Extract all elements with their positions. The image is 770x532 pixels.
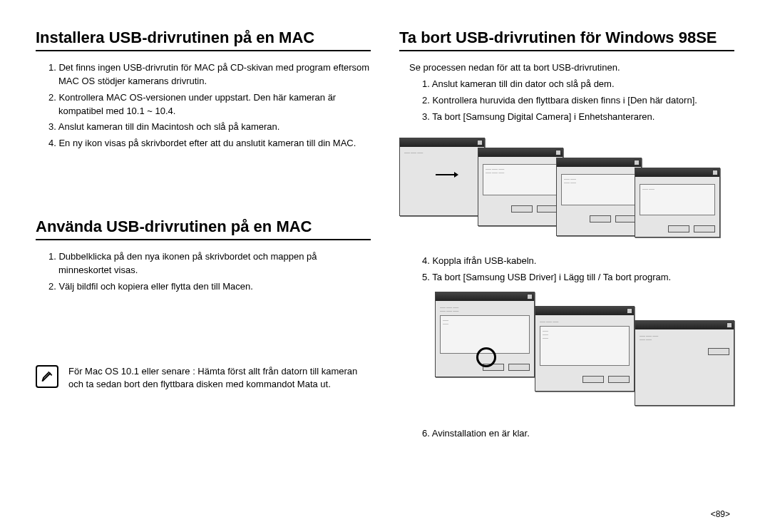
dialog-screenshot: —— —— ———— —— ——	[478, 148, 563, 226]
right-column: Ta bort USB-drivrutinen för Windows 98SE…	[399, 29, 734, 518]
list-item: 1. Det finns ingen USB-drivrutin för MAC…	[46, 61, 371, 88]
use-mac-list: 1. Dubbelklicka på den nya ikonen på skr…	[36, 250, 371, 294]
list-item: 3. Anslut kameran till din Macintosh och…	[46, 121, 371, 134]
highlight-circle-icon	[476, 347, 496, 367]
page-root: Installera USB-drivrutinen på en MAC 1. …	[0, 0, 770, 532]
note-text: För Mac OS 10.1 eller senare : Hämta för…	[68, 365, 371, 392]
remove-list-2: 4. Koppla ifrån USB-kabeln. 5. Ta bort […	[399, 255, 734, 285]
list-item: 2. Kontrollera MAC OS-versionen under up…	[46, 91, 371, 118]
screenshot-row-2: —— —— ———— —— —————— —— —— ———————— —— —…	[399, 292, 734, 413]
list-item: 5. Ta bort [Samsung USB Driver] i Lägg t…	[419, 271, 734, 285]
dialog-screenshot: —— —— ——	[399, 138, 485, 216]
heading-use-mac: Använda USB-drivrutinen på en MAC	[36, 218, 371, 240]
install-mac-list: 1. Det finns ingen USB-drivrutin för MAC…	[36, 61, 371, 150]
list-item: 3. Ta bort [Samsung Digital Camera] i En…	[419, 111, 734, 124]
heading-remove-win98: Ta bort USB-drivrutinen för Windows 98SE	[399, 29, 734, 51]
list-item: 2. Välj bildfil och kopiera eller flytta…	[46, 280, 371, 294]
dialog-screenshot: —— ———— ——	[556, 158, 642, 236]
list-item: 4. En ny ikon visas på skrivbordet efter…	[46, 137, 371, 150]
note-block: För Mac OS 10.1 eller senare : Hämta för…	[36, 365, 371, 392]
dialog-screenshot: —— —— ———— ——	[635, 320, 734, 406]
remove-list-1: 1. Anslut kameran till din dator och slå…	[399, 78, 734, 124]
list-item: 1. Dubbelklicka på den nya ikonen på skr…	[46, 250, 371, 277]
page-number: <89>	[711, 509, 730, 519]
list-item: 2. Kontrollera huruvida den flyttbara di…	[419, 94, 734, 108]
heading-install-mac: Installera USB-drivrutinen på en MAC	[36, 29, 371, 51]
note-icon	[36, 365, 58, 388]
list-item: 6. Avinstallation en är klar.	[419, 427, 734, 441]
list-item: 1. Anslut kameran till din dator och slå…	[419, 78, 734, 91]
dialog-screenshot: —— ——	[635, 168, 720, 237]
intro-text: Se processen nedan för att ta bort USB-d…	[399, 61, 734, 75]
left-column: Installera USB-drivrutinen på en MAC 1. …	[36, 29, 371, 518]
dialog-screenshot: —— —— ————————	[535, 306, 635, 392]
screenshot-row-1: —— —— —— —— —— ———— —— —— —— ———— —— —— …	[399, 138, 734, 237]
remove-list-3: 6. Avinstallation en är klar.	[399, 427, 734, 441]
list-item: 4. Koppla ifrån USB-kabeln.	[419, 255, 734, 268]
